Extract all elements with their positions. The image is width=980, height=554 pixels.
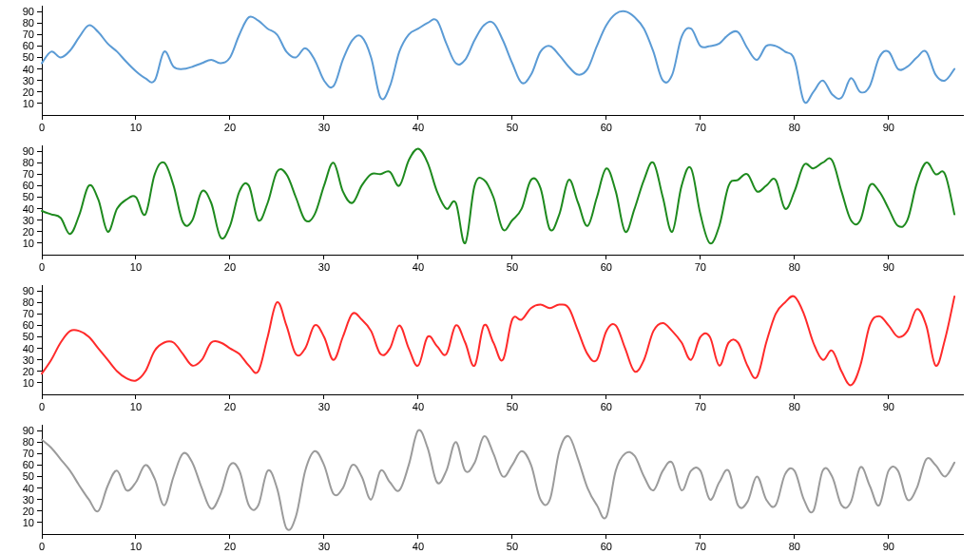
chart-svg-3: 1020304050607080900102030405060708090	[13, 285, 967, 412]
x-tick-label: 40	[413, 401, 424, 412]
y-tick-label: 30	[23, 75, 34, 86]
x-tick-label: 30	[318, 261, 330, 273]
x-tick-label: 30	[318, 401, 330, 412]
y-tick-label: 90	[23, 145, 34, 157]
y-tick-label: 40	[23, 343, 34, 354]
y-tick-label: 80	[23, 157, 34, 168]
series-1	[42, 11, 954, 103]
y-tick-label: 20	[23, 226, 34, 238]
x-tick-label: 50	[507, 122, 518, 133]
y-tick-label: 60	[23, 319, 34, 331]
x-tick-label: 10	[130, 401, 142, 412]
x-tick-label: 50	[507, 261, 518, 273]
x-tick-label: 40	[413, 541, 424, 552]
y-tick-label: 20	[23, 86, 34, 98]
y-tick-label: 60	[23, 180, 34, 191]
x-tick-label: 80	[789, 541, 800, 552]
chart-panel-1: 1020304050607080900102030405060708090	[13, 6, 967, 133]
x-tick-label: 80	[789, 261, 800, 273]
x-tick-label: 40	[413, 122, 424, 133]
y-tick-label: 80	[23, 17, 34, 29]
x-tick-label: 20	[224, 261, 236, 273]
x-tick-label: 50	[507, 541, 518, 552]
y-tick-label: 70	[23, 308, 34, 319]
y-tick-label: 90	[23, 425, 34, 436]
x-tick-label: 0	[39, 401, 45, 412]
y-tick-label: 50	[23, 470, 34, 482]
y-tick-label: 40	[23, 64, 34, 75]
x-tick-label: 70	[695, 261, 706, 273]
chart-panel-2: 1020304050607080900102030405060708090	[13, 145, 967, 273]
x-tick-label: 20	[224, 122, 236, 133]
line-series-2	[42, 149, 954, 244]
x-tick-label: 80	[789, 401, 800, 412]
y-tick-label: 40	[23, 483, 34, 494]
y-tick-label: 10	[23, 517, 34, 528]
chart-svg-1: 1020304050607080900102030405060708090	[13, 6, 967, 133]
x-tick-label: 20	[224, 401, 236, 412]
x-tick-label: 70	[695, 541, 706, 552]
y-tick-label: 20	[23, 366, 34, 377]
y-tick-label: 60	[23, 459, 34, 470]
x-tick-label: 60	[601, 122, 612, 133]
x-tick-label: 90	[883, 541, 894, 552]
x-tick-label: 0	[39, 122, 45, 133]
y-tick-label: 30	[23, 494, 34, 506]
x-tick-label: 70	[695, 401, 706, 412]
x-tick-label: 30	[318, 122, 330, 133]
series-3	[42, 296, 954, 386]
y-tick-label: 30	[23, 354, 34, 366]
y-tick-label: 50	[23, 191, 34, 202]
chart-panel-3: 1020304050607080900102030405060708090	[13, 285, 967, 412]
y-tick-label: 90	[23, 285, 34, 296]
x-tick-label: 10	[130, 122, 142, 133]
chart-panel-4: 1020304050607080900102030405060708090	[13, 425, 967, 552]
x-tick-label: 50	[507, 401, 518, 412]
x-tick-label: 10	[130, 541, 142, 552]
x-tick-label: 0	[39, 261, 45, 273]
y-tick-label: 70	[23, 29, 34, 40]
line-series-4	[42, 430, 954, 530]
x-tick-label: 70	[695, 122, 706, 133]
y-tick-label: 70	[23, 168, 34, 180]
y-tick-label: 70	[23, 448, 34, 459]
x-tick-label: 90	[883, 401, 894, 412]
y-tick-label: 50	[23, 331, 34, 342]
y-tick-label: 30	[23, 215, 34, 226]
x-tick-label: 80	[789, 122, 800, 133]
x-tick-label: 60	[601, 541, 612, 552]
y-tick-label: 50	[23, 51, 34, 63]
y-tick-label: 10	[23, 98, 34, 109]
x-tick-label: 40	[413, 261, 424, 273]
chart-svg-2: 1020304050607080900102030405060708090	[13, 145, 967, 273]
x-tick-label: 20	[224, 541, 236, 552]
x-tick-label: 30	[318, 541, 330, 552]
x-tick-label: 0	[39, 541, 45, 552]
line-series-3	[42, 296, 954, 386]
y-tick-label: 80	[23, 296, 34, 308]
y-tick-label: 80	[23, 436, 34, 448]
y-tick-label: 20	[23, 506, 34, 517]
x-tick-label: 10	[130, 261, 142, 273]
line-series-1	[42, 11, 954, 103]
y-tick-label: 40	[23, 203, 34, 215]
series-2	[42, 149, 954, 244]
y-tick-label: 60	[23, 40, 34, 51]
y-tick-label: 10	[23, 238, 34, 249]
y-tick-label: 10	[23, 377, 34, 389]
x-tick-label: 60	[601, 401, 612, 412]
chart-svg-4: 1020304050607080900102030405060708090	[13, 425, 967, 552]
x-tick-label: 90	[883, 261, 894, 273]
x-tick-label: 60	[601, 261, 612, 273]
x-tick-label: 90	[883, 122, 894, 133]
y-tick-label: 90	[23, 6, 34, 17]
series-4	[42, 430, 954, 530]
